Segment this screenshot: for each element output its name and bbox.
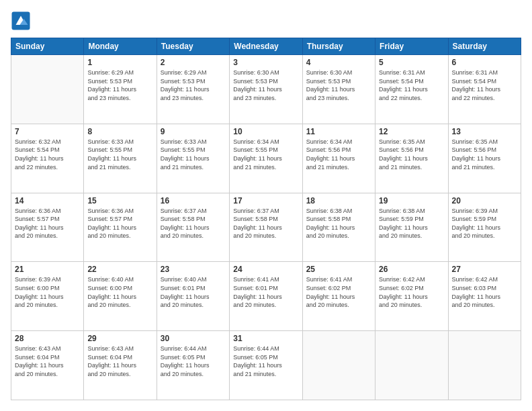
day-info: Sunrise: 6:30 AM Sunset: 5:53 PM Dayligh… xyxy=(306,68,371,102)
day-info: Sunrise: 6:41 AM Sunset: 6:02 PM Dayligh… xyxy=(306,275,371,309)
calendar-cell: 21Sunrise: 6:39 AM Sunset: 6:00 PM Dayli… xyxy=(11,262,84,331)
calendar-cell xyxy=(448,331,521,400)
calendar-cell: 20Sunrise: 6:39 AM Sunset: 5:59 PM Dayli… xyxy=(448,193,521,262)
day-info: Sunrise: 6:30 AM Sunset: 5:53 PM Dayligh… xyxy=(233,68,298,102)
calendar-cell: 28Sunrise: 6:43 AM Sunset: 6:04 PM Dayli… xyxy=(11,331,84,400)
day-info: Sunrise: 6:29 AM Sunset: 5:53 PM Dayligh… xyxy=(87,68,152,102)
calendar-week-row: 7Sunrise: 6:32 AM Sunset: 5:54 PM Daylig… xyxy=(11,124,521,193)
day-info: Sunrise: 6:37 AM Sunset: 5:58 PM Dayligh… xyxy=(161,207,226,240)
day-number: 12 xyxy=(379,127,444,136)
day-number: 8 xyxy=(87,127,152,136)
day-info: Sunrise: 6:44 AM Sunset: 6:05 PM Dayligh… xyxy=(233,345,298,378)
calendar-cell: 27Sunrise: 6:42 AM Sunset: 6:03 PM Dayli… xyxy=(448,262,521,331)
calendar-cell: 14Sunrise: 6:36 AM Sunset: 5:57 PM Dayli… xyxy=(11,193,84,262)
calendar-cell: 9Sunrise: 6:33 AM Sunset: 5:55 PM Daylig… xyxy=(157,124,229,193)
day-number: 18 xyxy=(306,196,371,205)
calendar-cell: 30Sunrise: 6:44 AM Sunset: 6:05 PM Dayli… xyxy=(157,331,229,400)
calendar-cell: 6Sunrise: 6:31 AM Sunset: 5:54 PM Daylig… xyxy=(448,55,521,124)
calendar-cell: 31Sunrise: 6:44 AM Sunset: 6:05 PM Dayli… xyxy=(230,331,302,400)
day-number: 23 xyxy=(161,265,226,274)
column-header-wednesday: Wednesday xyxy=(230,38,302,55)
calendar-table: SundayMondayTuesdayWednesdayThursdayFrid… xyxy=(11,38,521,400)
column-header-tuesday: Tuesday xyxy=(157,38,229,55)
calendar-cell: 26Sunrise: 6:42 AM Sunset: 6:02 PM Dayli… xyxy=(375,262,448,331)
calendar-cell: 12Sunrise: 6:35 AM Sunset: 5:56 PM Dayli… xyxy=(375,124,448,193)
day-info: Sunrise: 6:40 AM Sunset: 6:00 PM Dayligh… xyxy=(87,275,152,309)
day-number: 25 xyxy=(306,265,371,274)
day-info: Sunrise: 6:39 AM Sunset: 5:59 PM Dayligh… xyxy=(452,207,517,240)
calendar-cell: 19Sunrise: 6:38 AM Sunset: 5:59 PM Dayli… xyxy=(375,193,448,262)
calendar-cell: 3Sunrise: 6:30 AM Sunset: 5:53 PM Daylig… xyxy=(230,55,302,124)
day-number: 14 xyxy=(15,196,80,205)
header xyxy=(11,11,521,31)
column-header-saturday: Saturday xyxy=(448,38,521,55)
day-number: 10 xyxy=(233,127,298,136)
day-info: Sunrise: 6:41 AM Sunset: 6:01 PM Dayligh… xyxy=(233,275,298,309)
day-info: Sunrise: 6:35 AM Sunset: 5:56 PM Dayligh… xyxy=(452,138,517,171)
day-info: Sunrise: 6:35 AM Sunset: 5:56 PM Dayligh… xyxy=(379,138,444,171)
calendar-week-row: 28Sunrise: 6:43 AM Sunset: 6:04 PM Dayli… xyxy=(11,331,521,400)
day-number: 31 xyxy=(233,334,298,343)
day-info: Sunrise: 6:42 AM Sunset: 6:03 PM Dayligh… xyxy=(452,275,517,309)
day-number: 13 xyxy=(452,127,517,136)
day-info: Sunrise: 6:39 AM Sunset: 6:00 PM Dayligh… xyxy=(15,275,80,309)
day-number: 1 xyxy=(87,58,152,67)
day-info: Sunrise: 6:34 AM Sunset: 5:56 PM Dayligh… xyxy=(306,138,371,171)
day-info: Sunrise: 6:40 AM Sunset: 6:01 PM Dayligh… xyxy=(161,275,226,309)
day-number: 15 xyxy=(87,196,152,205)
day-info: Sunrise: 6:43 AM Sunset: 6:04 PM Dayligh… xyxy=(87,345,152,378)
day-number: 28 xyxy=(15,334,80,343)
calendar-cell: 8Sunrise: 6:33 AM Sunset: 5:55 PM Daylig… xyxy=(84,124,157,193)
day-info: Sunrise: 6:29 AM Sunset: 5:53 PM Dayligh… xyxy=(161,68,226,102)
calendar-header-row: SundayMondayTuesdayWednesdayThursdayFrid… xyxy=(11,38,521,55)
day-info: Sunrise: 6:38 AM Sunset: 5:59 PM Dayligh… xyxy=(379,207,444,240)
column-header-sunday: Sunday xyxy=(11,38,84,55)
day-number: 3 xyxy=(233,58,298,67)
column-header-monday: Monday xyxy=(84,38,157,55)
calendar-cell: 24Sunrise: 6:41 AM Sunset: 6:01 PM Dayli… xyxy=(230,262,302,331)
calendar-cell xyxy=(11,55,84,124)
day-number: 20 xyxy=(452,196,517,205)
calendar-cell: 13Sunrise: 6:35 AM Sunset: 5:56 PM Dayli… xyxy=(448,124,521,193)
day-info: Sunrise: 6:38 AM Sunset: 5:58 PM Dayligh… xyxy=(306,207,371,240)
calendar-cell xyxy=(302,331,375,400)
calendar-cell: 22Sunrise: 6:40 AM Sunset: 6:00 PM Dayli… xyxy=(84,262,157,331)
day-info: Sunrise: 6:43 AM Sunset: 6:04 PM Dayligh… xyxy=(15,345,80,378)
calendar-cell: 18Sunrise: 6:38 AM Sunset: 5:58 PM Dayli… xyxy=(302,193,375,262)
calendar-cell: 29Sunrise: 6:43 AM Sunset: 6:04 PM Dayli… xyxy=(84,331,157,400)
day-info: Sunrise: 6:33 AM Sunset: 5:55 PM Dayligh… xyxy=(87,138,152,171)
calendar-cell: 23Sunrise: 6:40 AM Sunset: 6:01 PM Dayli… xyxy=(157,262,229,331)
day-number: 21 xyxy=(15,265,80,274)
day-info: Sunrise: 6:32 AM Sunset: 5:54 PM Dayligh… xyxy=(15,138,80,171)
day-number: 9 xyxy=(161,127,226,136)
day-number: 17 xyxy=(233,196,298,205)
calendar-cell: 7Sunrise: 6:32 AM Sunset: 5:54 PM Daylig… xyxy=(11,124,84,193)
page: SundayMondayTuesdayWednesdayThursdayFrid… xyxy=(0,0,532,411)
day-info: Sunrise: 6:34 AM Sunset: 5:55 PM Dayligh… xyxy=(233,138,298,171)
day-info: Sunrise: 6:33 AM Sunset: 5:55 PM Dayligh… xyxy=(161,138,226,171)
day-info: Sunrise: 6:36 AM Sunset: 5:57 PM Dayligh… xyxy=(87,207,152,240)
calendar-cell: 2Sunrise: 6:29 AM Sunset: 5:53 PM Daylig… xyxy=(157,55,229,124)
day-info: Sunrise: 6:42 AM Sunset: 6:02 PM Dayligh… xyxy=(379,275,444,309)
logo-icon xyxy=(11,11,31,31)
day-number: 22 xyxy=(87,265,152,274)
day-number: 5 xyxy=(379,58,444,67)
column-header-friday: Friday xyxy=(375,38,448,55)
day-number: 11 xyxy=(306,127,371,136)
calendar-cell: 17Sunrise: 6:37 AM Sunset: 5:58 PM Dayli… xyxy=(230,193,302,262)
day-number: 2 xyxy=(161,58,226,67)
day-number: 19 xyxy=(379,196,444,205)
calendar-cell: 25Sunrise: 6:41 AM Sunset: 6:02 PM Dayli… xyxy=(302,262,375,331)
day-number: 6 xyxy=(452,58,517,67)
day-info: Sunrise: 6:37 AM Sunset: 5:58 PM Dayligh… xyxy=(233,207,298,240)
day-number: 29 xyxy=(87,334,152,343)
day-number: 16 xyxy=(161,196,226,205)
day-number: 26 xyxy=(379,265,444,274)
day-info: Sunrise: 6:36 AM Sunset: 5:57 PM Dayligh… xyxy=(15,207,80,240)
logo xyxy=(11,11,34,31)
day-number: 7 xyxy=(15,127,80,136)
day-number: 24 xyxy=(233,265,298,274)
day-number: 27 xyxy=(452,265,517,274)
calendar-cell: 5Sunrise: 6:31 AM Sunset: 5:54 PM Daylig… xyxy=(375,55,448,124)
calendar-cell: 10Sunrise: 6:34 AM Sunset: 5:55 PM Dayli… xyxy=(230,124,302,193)
